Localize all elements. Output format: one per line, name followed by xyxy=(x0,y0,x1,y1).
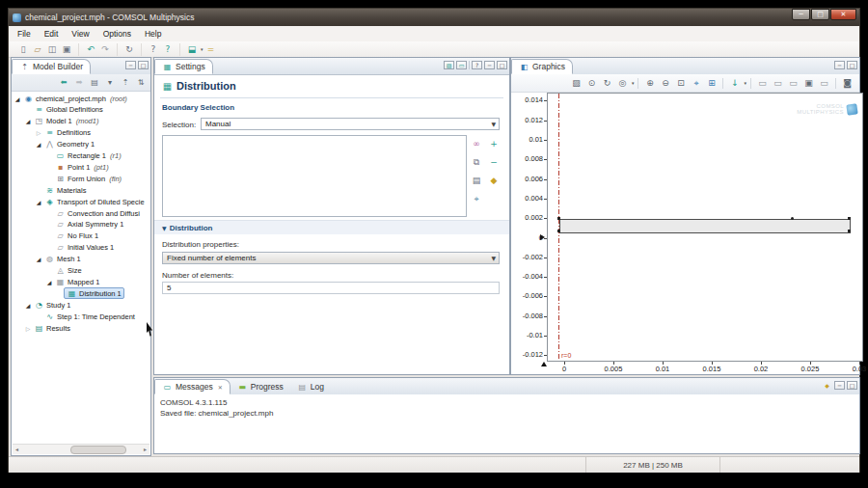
view-single-icon[interactable]: ▣ xyxy=(801,77,816,90)
paste-selection-icon[interactable]: ▤ xyxy=(471,175,482,186)
expander-icon[interactable]: ◢ xyxy=(45,279,53,285)
tree-item-study-1[interactable]: ◢◔Study 1 xyxy=(12,299,150,311)
tree-item-no-flux-1[interactable]: ▱No Flux 1 xyxy=(12,230,150,242)
collapse-all-icon[interactable]: ▤ xyxy=(88,76,101,89)
show-equation-icon[interactable]: ▨ xyxy=(444,61,454,69)
axis-orientation-icon[interactable]: ↓ xyxy=(727,77,742,90)
minimize-panel-icon[interactable]: ─ xyxy=(484,61,495,69)
tab-model-builder[interactable]: ⇡ Model Builder xyxy=(12,59,91,74)
help-icon[interactable]: ? xyxy=(147,43,160,56)
reorder-icon[interactable]: ⇅ xyxy=(134,76,148,89)
lock-icon[interactable]: ▣ xyxy=(60,43,73,56)
menu-options[interactable]: Options xyxy=(96,26,138,41)
zoom-in-icon[interactable]: ⊕ xyxy=(642,77,657,90)
tree-item-global-definitions[interactable]: ≡Global Definitions xyxy=(12,104,150,116)
documentation-icon[interactable]: ? xyxy=(161,43,175,56)
tab-messages[interactable]: ▭Messages✕ xyxy=(154,379,231,394)
tree-item-axial-symmetry-1[interactable]: ▱Axial Symmetry 1 xyxy=(12,219,150,230)
zoom-to-selection-icon[interactable]: ⌖ xyxy=(471,193,482,204)
minimize-panel-icon[interactable]: ─ xyxy=(125,61,136,69)
undo-icon[interactable]: ↶ xyxy=(84,43,97,56)
update-solution-icon[interactable]: ↻ xyxy=(122,43,136,56)
plot-canvas[interactable]: COMSOL MULTIPHYSICS r=0 xyxy=(547,93,863,362)
expander-icon[interactable]: ◢ xyxy=(35,199,42,205)
tab-settings[interactable]: ▦ Settings xyxy=(154,59,213,74)
remove-selection-icon[interactable]: − xyxy=(488,156,500,168)
tree-item-step-1-time-dependent[interactable]: ∿Step 1: Time Dependent xyxy=(12,311,150,322)
tree-item-model-1[interactable]: ◢◳Model 1(mod1) xyxy=(12,116,150,127)
dropdown-caret-icon[interactable]: ▾ xyxy=(744,80,746,86)
minimize-panel-icon[interactable]: ─ xyxy=(834,61,845,69)
boundary-selection-listbox[interactable] xyxy=(162,135,467,217)
snapshot-icon[interactable]: ◙ xyxy=(840,77,854,90)
minimize-panel-icon[interactable]: ─ xyxy=(834,381,845,390)
view-1-icon[interactable]: ▭ xyxy=(755,77,770,90)
clear-selection-icon[interactable]: ◆ xyxy=(488,175,500,186)
close-icon[interactable]: ✕ xyxy=(218,384,223,391)
visibility-icon[interactable]: ⊙ xyxy=(584,77,599,90)
clear-log-icon[interactable]: ◆ xyxy=(822,381,832,390)
expander-icon[interactable]: ◢ xyxy=(24,118,32,124)
transparency-icon[interactable]: ▨ xyxy=(569,77,583,90)
scroll-right-icon[interactable]: ▸ xyxy=(141,445,149,453)
tab-graphics[interactable]: ◧ Graphics xyxy=(511,59,573,74)
number-of-elements-field[interactable]: 5 xyxy=(162,282,500,294)
maximize-panel-icon[interactable]: □ xyxy=(847,381,857,390)
tree-item-size[interactable]: ◬Size xyxy=(12,265,150,277)
tab-log[interactable]: ▤Log xyxy=(290,379,331,394)
tree-item-mapped-1[interactable]: ◢▦Mapped 1 xyxy=(12,276,150,287)
show-material-icon[interactable]: ▭ xyxy=(456,61,467,69)
save-icon[interactable]: ◫ xyxy=(45,43,59,56)
maximize-panel-icon[interactable]: □ xyxy=(138,61,149,69)
horizontal-scrollbar[interactable]: ◂ ▸ xyxy=(13,444,149,454)
tree-item-distribution-1[interactable]: ▦Distribution 1 xyxy=(12,287,150,299)
distribution-section-header[interactable]: ▼ Distribution xyxy=(154,220,509,234)
tree-item-results[interactable]: ▷▤Results xyxy=(12,322,150,334)
expander-icon[interactable]: ▷ xyxy=(35,129,42,136)
tree-item-materials[interactable]: ≋Materials xyxy=(12,184,150,196)
maximize-panel-icon[interactable]: □ xyxy=(497,61,507,69)
regenerate-plot-icon[interactable]: ↻ xyxy=(600,77,614,90)
menu-help[interactable]: Help xyxy=(138,26,168,41)
add-selection-icon[interactable]: + xyxy=(488,138,500,149)
geometry-rectangle[interactable] xyxy=(559,219,851,233)
minimize-button[interactable]: ─ xyxy=(792,9,810,20)
show-options-icon[interactable]: ▾ xyxy=(103,76,117,89)
menu-view[interactable]: View xyxy=(65,26,95,41)
zoom-extents-icon[interactable]: ⌖ xyxy=(689,77,703,90)
activate-selection-icon[interactable]: ∞ xyxy=(471,138,482,149)
scroll-left-icon[interactable]: ◂ xyxy=(13,445,21,453)
close-button[interactable]: ✕ xyxy=(830,9,856,20)
view-options-icon[interactable]: ◎ xyxy=(615,77,630,90)
tree-item-form-union[interactable]: ⊞Form Union(fin) xyxy=(12,173,150,184)
forward-icon[interactable]: ➡ xyxy=(72,76,86,89)
redo-icon[interactable]: ↷ xyxy=(98,43,112,56)
view-2-icon[interactable]: ▭ xyxy=(771,77,785,90)
tree-item-mesh-1[interactable]: ◢◍Mesh 1 xyxy=(12,254,150,265)
move-up-icon[interactable]: ⇡ xyxy=(119,76,132,89)
tree-item-transport-of-diluted-specie[interactable]: ◢◈Transport of Diluted Specie xyxy=(12,196,150,207)
copy-selection-icon[interactable]: ⧉ xyxy=(471,156,482,168)
menu-file[interactable]: File xyxy=(11,26,38,41)
zoom-box-icon[interactable]: ⊡ xyxy=(673,77,688,90)
distribution-properties-dropdown[interactable]: Fixed number of elements ▼ xyxy=(162,252,500,264)
material-color-icon[interactable]: ⬓ xyxy=(185,43,199,56)
new-file-icon[interactable]: ▯ xyxy=(16,43,30,56)
legend-icon[interactable]: = xyxy=(204,43,218,56)
expander-icon[interactable]: ▷ xyxy=(24,325,32,332)
tree-item-initial-values-1[interactable]: ▱Initial Values 1 xyxy=(12,242,150,254)
tab-progress[interactable]: ▬Progress xyxy=(231,379,290,394)
tree-item-chemical-project-mph[interactable]: ◢◉chemical_project.mph(root) xyxy=(12,93,150,104)
open-file-icon[interactable]: ▱ xyxy=(31,43,44,56)
expander-icon[interactable]: ◢ xyxy=(14,95,21,102)
selection-dropdown[interactable]: Manual ▼ xyxy=(201,118,500,130)
menu-edit[interactable]: Edit xyxy=(38,26,66,41)
zoom-out-icon[interactable]: ⊖ xyxy=(658,77,672,90)
back-icon[interactable]: ⬅ xyxy=(57,76,70,89)
tree-item-convection-and-diffusi[interactable]: ▱Convection and Diffusi xyxy=(12,207,150,219)
tree-item-rectangle-1[interactable]: ▭Rectangle 1(r1) xyxy=(12,150,150,162)
dropdown-caret-icon[interactable]: ▾ xyxy=(632,80,635,86)
maximize-panel-icon[interactable]: □ xyxy=(847,61,857,69)
tree-item-point-1[interactable]: ▪Point 1(pt1) xyxy=(12,161,150,173)
expander-icon[interactable]: ◢ xyxy=(35,141,42,148)
